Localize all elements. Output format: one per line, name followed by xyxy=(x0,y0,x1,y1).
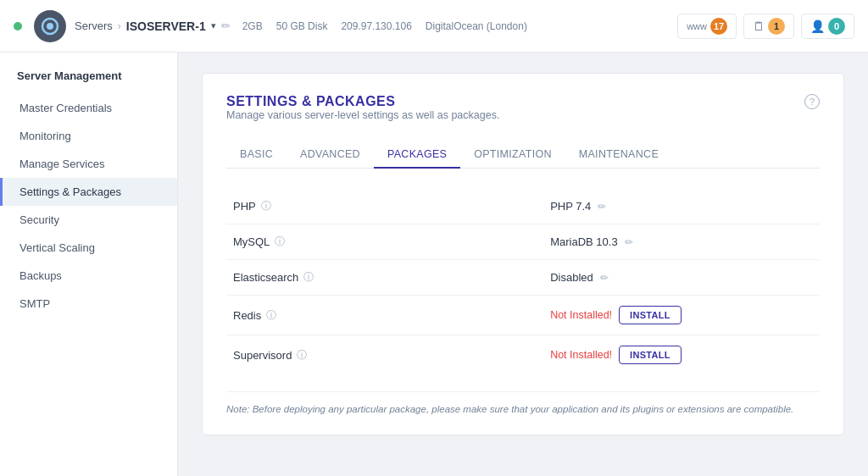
sidebar-item-smtp[interactable]: SMTP xyxy=(0,290,177,318)
sidebar: Server Management Master Credentials Mon… xyxy=(0,53,178,476)
edit-icon-php[interactable]: ✏ xyxy=(598,201,606,213)
package-value-supervisord: Not Installed! INSTALL xyxy=(550,346,813,364)
tab-maintenance[interactable]: MAINTENANCE xyxy=(565,141,672,169)
card-subtitle: Manage various server-level settings as … xyxy=(226,109,499,121)
topbar-left: Servers › ISOSERVER-1 ▾ ✏ 2GB 50 GB Disk… xyxy=(14,10,527,42)
tab-packages[interactable]: PACKAGES xyxy=(374,141,460,169)
tabs: BASIC ADVANCED PACKAGES OPTIMIZATION MAI… xyxy=(226,141,820,169)
breadcrumb-current: ISOSERVER-1 xyxy=(126,19,206,33)
table-row: Redis ⓘ Not Installed! INSTALL xyxy=(226,296,820,335)
install-button-supervisord[interactable]: INSTALL xyxy=(619,346,682,364)
sidebar-label-master-credentials: Master Credentials xyxy=(19,102,112,114)
install-button-redis[interactable]: INSTALL xyxy=(619,306,682,324)
sidebar-item-monitoring[interactable]: Monitoring xyxy=(0,122,177,150)
card-note: Note: Before deploying any particular pa… xyxy=(226,391,820,414)
main-content: SETTINGS & PACKAGES Manage various serve… xyxy=(178,53,868,476)
sidebar-label-smtp: SMTP xyxy=(19,297,50,310)
package-value-elasticsearch: Disabled ✏ xyxy=(550,271,813,284)
server-ram: 2GB xyxy=(242,20,263,32)
sidebar-item-backups[interactable]: Backups xyxy=(0,262,177,290)
sidebar-item-security[interactable]: Security xyxy=(0,206,177,234)
sidebar-item-vertical-scaling[interactable]: Vertical Scaling xyxy=(0,234,177,262)
breadcrumb: Servers › ISOSERVER-1 ▾ ✏ xyxy=(75,19,231,33)
card-title: SETTINGS & PACKAGES xyxy=(226,94,499,109)
files-count: 1 xyxy=(768,18,785,35)
tab-optimization[interactable]: OPTIMIZATION xyxy=(460,141,565,169)
package-value-php: PHP 7.4 ✏ xyxy=(550,200,813,213)
package-value-redis: Not Installed! INSTALL xyxy=(550,306,813,324)
table-row: PHP ⓘ PHP 7.4 ✏ xyxy=(226,189,820,224)
info-icon-mysql[interactable]: ⓘ xyxy=(275,235,285,249)
sidebar-label-vertical-scaling: Vertical Scaling xyxy=(19,241,95,254)
package-name-supervisord: Supervisord ⓘ xyxy=(233,348,386,363)
table-row: Elasticsearch ⓘ Disabled ✏ xyxy=(226,260,820,296)
info-icon-elasticsearch[interactable]: ⓘ xyxy=(303,270,314,285)
app-logo xyxy=(34,10,66,42)
users-icon: 👤 xyxy=(810,19,825,33)
package-value-mysql: MariaDB 10.3 ✏ xyxy=(550,235,813,248)
sidebar-item-master-credentials[interactable]: Master Credentials xyxy=(0,94,177,122)
package-name-elasticsearch: Elasticsearch ⓘ xyxy=(233,270,386,285)
sidebar-label-settings-packages: Settings & Packages xyxy=(19,185,121,198)
tab-basic[interactable]: BASIC xyxy=(226,141,287,169)
tab-advanced[interactable]: ADVANCED xyxy=(287,141,374,169)
edit-icon-elasticsearch[interactable]: ✏ xyxy=(600,272,609,284)
sidebar-item-settings-packages[interactable]: Settings & Packages xyxy=(0,178,177,206)
card-title-area: SETTINGS & PACKAGES Manage various serve… xyxy=(226,94,499,138)
sidebar-item-manage-services[interactable]: Manage Services xyxy=(0,150,177,178)
package-name-redis: Redis ⓘ xyxy=(233,308,386,323)
online-status-dot xyxy=(14,22,22,30)
sidebar-label-manage-services: Manage Services xyxy=(19,158,104,170)
files-badge-button[interactable]: 🗒 1 xyxy=(743,14,794,39)
info-icon-supervisord[interactable]: ⓘ xyxy=(297,348,307,363)
table-row: Supervisord ⓘ Not Installed! INSTALL xyxy=(226,335,820,375)
server-meta: 2GB 50 GB Disk 209.97.130.106 DigitalOce… xyxy=(242,20,527,32)
packages-table: PHP ⓘ PHP 7.4 ✏ xyxy=(226,189,820,374)
card-header: SETTINGS & PACKAGES Manage various serve… xyxy=(226,94,820,138)
sidebar-title: Server Management xyxy=(0,69,177,94)
www-badge-button[interactable]: www 17 xyxy=(677,14,737,39)
table-row: MySQL ⓘ MariaDB 10.3 ✏ xyxy=(226,224,820,260)
topbar: Servers › ISOSERVER-1 ▾ ✏ 2GB 50 GB Disk… xyxy=(0,0,868,53)
breadcrumb-parent[interactable]: Servers xyxy=(75,19,113,32)
users-count: 0 xyxy=(828,18,845,35)
package-name-php: PHP ⓘ xyxy=(233,199,386,213)
svg-point-1 xyxy=(47,23,53,30)
edit-icon-mysql[interactable]: ✏ xyxy=(625,236,633,248)
files-icon: 🗒 xyxy=(753,19,765,33)
users-badge-button[interactable]: 👤 0 xyxy=(801,14,854,39)
sidebar-label-security: Security xyxy=(19,213,59,226)
www-count: 17 xyxy=(710,18,727,35)
main-layout: Server Management Master Credentials Mon… xyxy=(0,53,868,476)
package-name-mysql: MySQL ⓘ xyxy=(233,235,386,249)
chevron-down-icon[interactable]: ▾ xyxy=(211,20,216,31)
help-icon[interactable]: ? xyxy=(804,94,820,109)
server-provider: DigitalOcean (London) xyxy=(426,20,527,32)
sidebar-label-backups: Backups xyxy=(19,269,62,282)
topbar-right: www 17 🗒 1 👤 0 xyxy=(677,14,854,39)
www-label: www xyxy=(687,21,707,31)
server-disk: 50 GB Disk xyxy=(276,20,328,32)
edit-icon[interactable]: ✏ xyxy=(221,19,231,32)
server-ip: 209.97.130.106 xyxy=(341,20,411,32)
info-icon-redis[interactable]: ⓘ xyxy=(266,308,276,323)
settings-packages-card: SETTINGS & PACKAGES Manage various serve… xyxy=(202,73,844,435)
info-icon-php[interactable]: ⓘ xyxy=(261,199,271,213)
sidebar-label-monitoring: Monitoring xyxy=(19,130,71,142)
breadcrumb-arrow: › xyxy=(118,20,121,32)
